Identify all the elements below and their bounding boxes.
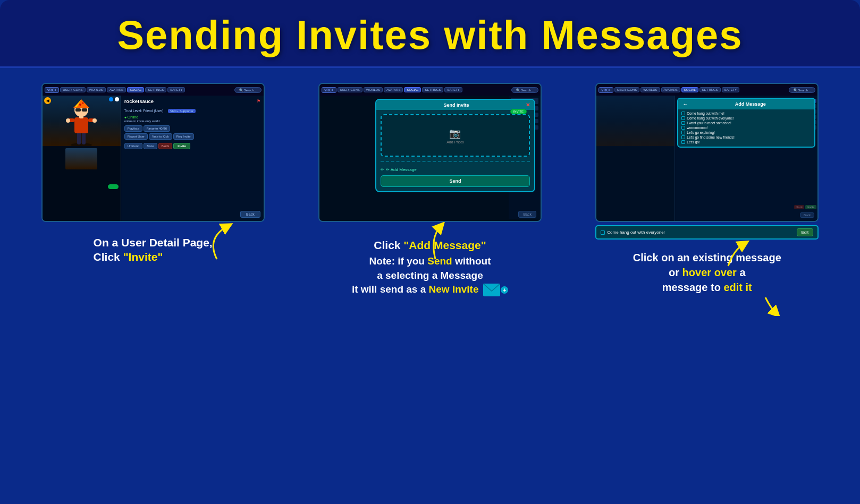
search-bar-1[interactable]: 🔍 Search... bbox=[234, 87, 262, 93]
panel-2: VRC+ USER ICONS WORLDS AVATARS SOCIAL SE… bbox=[308, 83, 552, 297]
nav-safety-3[interactable]: SAFETY bbox=[722, 87, 739, 92]
plus-badge: + bbox=[501, 286, 508, 294]
left-arrow-btn[interactable]: ◀ bbox=[44, 97, 51, 104]
nav-social[interactable]: SOCIAL bbox=[127, 87, 144, 92]
camera-icon: 📷 bbox=[449, 127, 461, 139]
msg-item-2[interactable]: Come hang out with everyone! bbox=[681, 116, 811, 120]
nav-vrc[interactable]: VRC+ bbox=[45, 87, 60, 93]
panel-1: VRC+ USER ICONS WORLDS AVATARS SOCIAL SE… bbox=[31, 83, 275, 264]
back-btn-3[interactable]: Back bbox=[800, 212, 814, 218]
nav-settings[interactable]: SETTINGS bbox=[145, 87, 166, 92]
svg-rect-10 bbox=[75, 108, 81, 112]
add-message-dialog: ← Add Message Come hang out with me! bbox=[677, 98, 815, 148]
search-bar-2[interactable]: 🔍 Search... bbox=[511, 87, 538, 93]
envelope-icon bbox=[483, 284, 500, 296]
mute-btn[interactable]: Mute bbox=[144, 143, 157, 149]
nav-settings-2[interactable]: SETTINGS bbox=[422, 87, 443, 92]
nav-avatars-3[interactable]: AVATARS bbox=[661, 87, 680, 92]
search-bar-3[interactable]: 🔍 Search... bbox=[789, 87, 816, 93]
svg-point-15 bbox=[79, 104, 81, 106]
nav-safety[interactable]: SAFETY bbox=[167, 87, 185, 92]
invite-btn-1[interactable]: Invite bbox=[173, 143, 190, 149]
nav-bar-3: VRC+ USER ICONS WORLDS AVATARS SOCIAL SE… bbox=[596, 84, 817, 96]
nav-vrc-3[interactable]: VRC+ bbox=[598, 87, 613, 93]
msg-item-1[interactable]: Come hang out with me! bbox=[681, 112, 811, 115]
add-message-btn[interactable]: ✏ ✏ Add Message bbox=[381, 167, 530, 172]
panel-3: VRC+ USER ICONS WORLDS AVATARS SOCIAL SE… bbox=[585, 83, 829, 316]
nav-social-3[interactable]: SOCIAL bbox=[681, 87, 698, 92]
unfriend-btn[interactable]: Unfriend bbox=[124, 143, 143, 149]
invite-badge: INVITE bbox=[510, 109, 527, 114]
msg-item-3[interactable]: I want you to meet someone! bbox=[681, 121, 811, 125]
back-btn-1[interactable]: Back bbox=[240, 211, 260, 218]
nav-bar-1: VRC+ USER ICONS WORLDS AVATARS SOCIAL SE… bbox=[43, 84, 264, 96]
svg-point-7 bbox=[92, 118, 97, 123]
nav-user-icons[interactable]: USER ICONS bbox=[60, 87, 85, 92]
screenshot-2: VRC+ USER ICONS WORLDS AVATARS SOCIAL SE… bbox=[318, 83, 542, 222]
svg-point-6 bbox=[66, 118, 70, 123]
screenshot-3: VRC+ USER ICONS WORLDS AVATARS SOCIAL SE… bbox=[595, 83, 819, 222]
send-btn[interactable]: Send bbox=[381, 175, 530, 187]
add-msg-back-btn[interactable]: ← bbox=[682, 101, 688, 107]
nav-worlds-3[interactable]: WORLDS bbox=[640, 87, 660, 92]
arrow-annotation-1 bbox=[41, 222, 265, 262]
playlists-btn[interactable]: Playlists bbox=[124, 125, 142, 132]
arrow-annotation-2 bbox=[318, 222, 542, 262]
report-user-btn[interactable]: Report User bbox=[124, 133, 148, 140]
page-title: Sending Invites with Messages bbox=[0, 12, 860, 58]
nav-avatars-2[interactable]: AVATARS bbox=[384, 87, 403, 92]
vote-kick-btn[interactable]: Vote to Kick bbox=[149, 133, 172, 140]
edit-bar-text: Come hang out with everyone! bbox=[607, 230, 665, 235]
header: Sending Invites with Messages bbox=[0, 0, 860, 68]
nav-social-2[interactable]: SOCIAL bbox=[404, 87, 421, 92]
add-message-title: Add Message bbox=[690, 101, 810, 107]
nav-vrc-2[interactable]: VRC+ bbox=[322, 87, 336, 93]
msg-item-7[interactable]: Let's go! bbox=[681, 140, 811, 144]
req-invite-btn[interactable]: Req Invite bbox=[173, 133, 194, 140]
nav-worlds[interactable]: WORLDS bbox=[87, 87, 106, 92]
svg-rect-11 bbox=[82, 108, 87, 112]
svg-rect-3 bbox=[74, 117, 88, 133]
nav-user-icons-2[interactable]: USER ICONS bbox=[338, 87, 362, 92]
nav-safety-2[interactable]: SAFETY bbox=[444, 87, 462, 92]
svg-point-16 bbox=[82, 102, 84, 104]
supporter-badge-1[interactable]: VRC+ Supporter bbox=[168, 109, 196, 113]
send-invite-dialog: Send Invite ✕ 📷 Add Photo INVITE ✏ bbox=[375, 99, 535, 192]
add-photo-label: Add Photo bbox=[446, 140, 464, 144]
arrow-down-3 bbox=[595, 295, 819, 316]
nav-user-icons-3[interactable]: USER ICONS bbox=[614, 87, 639, 92]
screenshot-1: VRC+ USER ICONS WORLDS AVATARS SOCIAL SE… bbox=[41, 83, 265, 222]
close-dialog-btn[interactable]: ✕ bbox=[526, 102, 530, 108]
avatar-figure-1 bbox=[65, 98, 97, 146]
msg-item-6[interactable]: Let's go find some new friends! bbox=[681, 135, 811, 139]
send-invite-title: Send Invite bbox=[443, 102, 469, 108]
edit-btn[interactable]: Edit bbox=[797, 228, 814, 236]
block-btn[interactable]: Block bbox=[158, 143, 173, 149]
msg-item-5[interactable]: Let's go exploring! bbox=[681, 131, 811, 134]
nav-avatars[interactable]: AVATARS bbox=[107, 87, 126, 92]
edit-bar-container: Come hang out with everyone! Edit bbox=[595, 225, 819, 240]
trust-level-1: Trust Level: Friend (User) bbox=[124, 109, 164, 113]
svg-point-0 bbox=[71, 143, 92, 146]
nav-settings-3[interactable]: SETTINGS bbox=[699, 87, 721, 92]
back-btn-2[interactable]: Back bbox=[518, 211, 536, 218]
username-1: rocketsauce bbox=[124, 98, 154, 104]
status-1: ● Online bbox=[124, 115, 260, 119]
panels-container: VRC+ USER ICONS WORLDS AVATARS SOCIAL SE… bbox=[0, 68, 860, 321]
report-icon-1: ⚑ bbox=[257, 99, 260, 104]
msg-item-4[interactable]: wooooooooo! bbox=[681, 126, 811, 130]
arrow-annotation-3 bbox=[595, 240, 819, 271]
nav-worlds-2[interactable]: WORLDS bbox=[364, 87, 383, 92]
nav-bar-2: VRC+ USER ICONS WORLDS AVATARS SOCIAL SE… bbox=[319, 84, 541, 96]
status-sub-1: online in invite only world bbox=[124, 119, 260, 123]
favorite-btn[interactable]: Favorite 40/96 bbox=[144, 125, 170, 132]
